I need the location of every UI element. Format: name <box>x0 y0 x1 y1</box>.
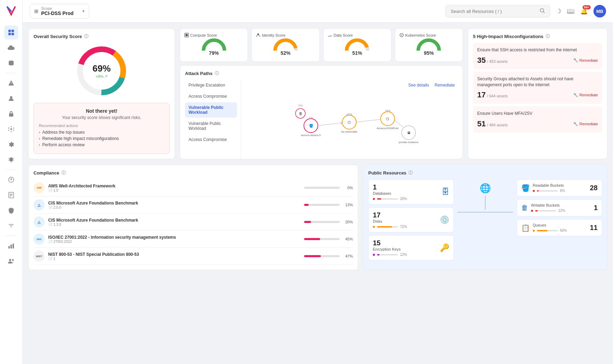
compliance-item-4[interactable]: NIST NIST 800-53 - NIST Special Publicat… <box>34 248 353 265</box>
doc-icon-4: 📄 <box>48 257 52 261</box>
svg-rect-27 <box>10 245 12 248</box>
res-disks-info: 17 Disks 72% <box>373 211 407 229</box>
main-area: ⊞ Scope PCI-DSS Prod ▾ ☽ 📖 🔔 99+ MB <box>23 0 613 364</box>
globe-icon: 🌐 <box>480 183 491 194</box>
not-there-card: Not there yet! Your security score shows… <box>34 103 170 154</box>
res-item-databases[interactable]: 1 Databases 20% 🗄 <box>368 179 454 205</box>
theme-toggle-icon[interactable]: ☽ <box>556 7 561 15</box>
sidebar-item-team[interactable] <box>4 254 18 268</box>
misconfigurations-card: 5 High-Impact Misconfigurations ⓘ Ensure… <box>468 28 607 159</box>
res-item-disks[interactable]: 17 Disks 72% 💿 <box>368 207 454 232</box>
svg-rect-1 <box>12 30 14 32</box>
sidebar-divider-1 <box>6 73 17 73</box>
search-input[interactable] <box>451 9 537 14</box>
attack-path-access-compromise-2[interactable]: Access Compromise <box>185 134 237 145</box>
misconfig-item-2: Security Groups attached to Assets shoul… <box>473 72 602 104</box>
remediate-link[interactable]: Remediate <box>435 83 455 88</box>
attack-path-access-compromise-1[interactable]: Access Compromise <box>185 91 237 102</box>
notification-wrapper[interactable]: 🔔 99+ <box>580 7 588 15</box>
res-item-queues[interactable]: 📋 Queues 50% 11 <box>517 219 602 236</box>
svg-point-6 <box>10 96 13 99</box>
svg-line-60 <box>318 123 342 126</box>
rec-item-2[interactable]: Remediate high impact misconfigurations <box>39 136 164 141</box>
sidebar-item-dashboard[interactable] <box>4 25 18 39</box>
sidebar-item-report[interactable] <box>4 188 18 202</box>
sidebar-item-chart[interactable] <box>4 239 18 253</box>
attack-path-vulnerable-public-1[interactable]: Vulnerable Public Workload <box>185 102 237 118</box>
compliance-item-1[interactable]: △ CIS Microsoft Azure Foundations Benchm… <box>34 196 353 214</box>
svg-point-13 <box>8 130 9 131</box>
search-box[interactable] <box>445 5 550 17</box>
svg-line-15 <box>8 158 9 159</box>
topbar: ⊞ Scope PCI-DSS Prod ▾ ☽ 📖 🔔 99+ MB <box>23 0 613 23</box>
search-icon <box>540 8 545 14</box>
sidebar-item-compass[interactable] <box>4 173 18 187</box>
compliance-item-3[interactable]: ISO ISO/IEC 27001:2022 - Information sec… <box>34 231 353 248</box>
disks-icon: 💿 <box>440 215 449 224</box>
svg-rect-2 <box>8 33 11 35</box>
scope-selector[interactable]: ⊞ Scope PCI-DSS Prod ▾ <box>30 4 89 18</box>
misconfig-footer-1: 35 / 453 assets 🔧 Remediate <box>477 56 598 65</box>
sidebar-item-users[interactable] <box>4 91 18 105</box>
doc-icon-3: 📄 <box>48 240 52 244</box>
compliance-item-0[interactable]: AW AWS Well-Architected Framework 📄 1.0 … <box>34 179 353 196</box>
scope-label: Scope <box>41 6 74 10</box>
row1: Overall Security Score ⓘ <box>28 28 607 159</box>
readable-buckets-info: Readable Buckets 8% <box>533 183 590 193</box>
donut-change: +8% ↗ <box>93 74 111 79</box>
writable-buckets-bar: 12% <box>531 209 594 213</box>
attack-path-vulnerable-public-2[interactable]: Vulnerable Public Workload <box>185 118 237 134</box>
sidebar-item-cluster[interactable] <box>4 122 18 136</box>
sidebar <box>0 0 23 364</box>
remediate-btn-2[interactable]: 🔧 Remediate <box>573 93 598 97</box>
see-details-link[interactable]: See details <box>408 83 429 88</box>
svg-point-14 <box>8 128 9 129</box>
svg-text:AmazonSSMRole: AmazonSSMRole <box>377 127 399 130</box>
scope-icon: ⊞ <box>34 8 38 14</box>
sidebar-item-database[interactable] <box>4 56 18 70</box>
attack-path-privilege-escalation[interactable]: Privilege Escalation <box>185 80 237 90</box>
sidebar-item-lock[interactable] <box>4 107 18 121</box>
sidebar-item-bug[interactable] <box>4 153 18 167</box>
scope-text: Scope PCI-DSS Prod <box>41 6 74 16</box>
center-column: Compute Score 79% <box>180 28 463 159</box>
misconfig-count-area-3: 51 / 484 assets <box>477 119 508 128</box>
compliance-info-4: NIST 800-53 - NIST Special Publication 8… <box>48 252 301 261</box>
svg-point-39 <box>257 34 259 35</box>
identity-score-value: 52% <box>281 50 290 56</box>
compliance-item-2[interactable]: △ CIS Microsoft Azure Foundations Benchm… <box>34 214 353 231</box>
svg-text:43%: 43% <box>346 113 352 116</box>
rec-item-1[interactable]: Address the top issues <box>39 130 164 135</box>
writable-buckets-icon: 🗑 <box>521 204 528 212</box>
misconfig-item-1: Ensure that SSH access is restricted fro… <box>473 43 602 69</box>
svg-line-32 <box>544 12 545 13</box>
sidebar-item-cloud[interactable] <box>4 41 18 55</box>
res-item-writable-buckets[interactable]: 🗑 Writable Buckets 12% 1 <box>517 199 602 216</box>
wrench-icon-2: 🔧 <box>573 93 578 97</box>
svg-rect-26 <box>8 246 10 248</box>
sidebar-item-filter[interactable] <box>4 219 18 233</box>
sidebar-item-shield[interactable] <box>4 203 18 217</box>
overall-score-title: Overall Security Score ⓘ <box>34 34 170 39</box>
misconfig-item-3: Ensure Users Have MFA/2SV 51 / 484 asset… <box>473 106 602 133</box>
connector-horizontal <box>457 212 513 213</box>
scope-value: PCI-DSS Prod <box>41 10 74 16</box>
docs-icon[interactable]: 📖 <box>567 7 575 15</box>
res-item-readable-buckets[interactable]: 🪣 Readable Buckets 8% 28 <box>517 179 602 196</box>
public-resources-title: Public Resources ⓘ <box>368 170 602 176</box>
remediate-btn-3[interactable]: 🔧 Remediate <box>573 122 598 126</box>
svg-point-9 <box>11 126 12 127</box>
readable-buckets-icon: 🪣 <box>521 184 530 192</box>
remediate-btn-1[interactable]: 🔧 Remediate <box>573 58 598 62</box>
svg-line-62 <box>395 120 404 127</box>
avatar[interactable]: MB <box>593 5 606 17</box>
attack-paths-list: Privilege Escalation Access Compromise V… <box>185 80 241 163</box>
res-item-keys[interactable]: 15 Encryption Keys 12% 🔑 <box>368 235 454 260</box>
svg-rect-38 <box>185 34 188 36</box>
sidebar-item-alerts[interactable] <box>4 76 18 90</box>
wrench-icon-3: 🔧 <box>573 122 578 126</box>
rec-item-3[interactable]: Perform access review <box>39 142 164 147</box>
sidebar-item-settings[interactable] <box>4 138 18 151</box>
attack-paths-title: Attack Paths ⓘ <box>185 70 458 76</box>
compliance-bar-area-3: 45% <box>304 237 353 241</box>
